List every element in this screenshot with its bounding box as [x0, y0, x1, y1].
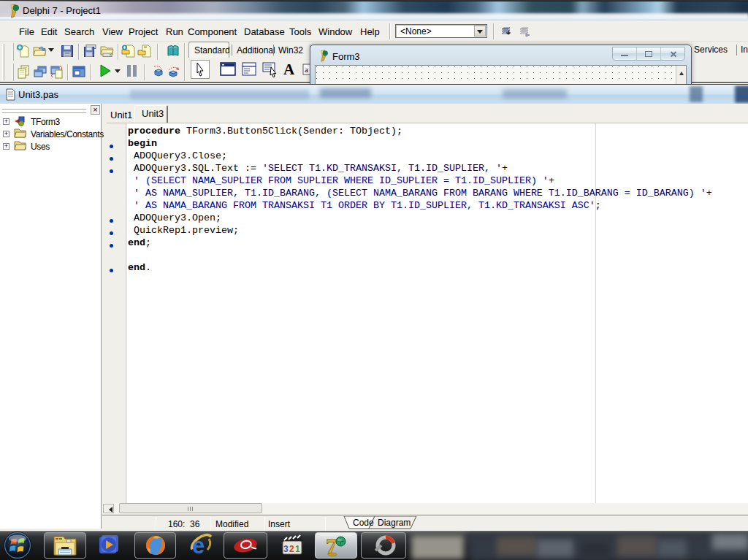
svg-text:3: 3 [283, 544, 289, 554]
svg-text:Diagram: Diagram [378, 518, 411, 528]
svg-text:e: e [192, 533, 205, 558]
svg-text:Code: Code [353, 518, 374, 528]
svg-text:1: 1 [295, 544, 300, 554]
svg-text:a: a [305, 65, 308, 74]
svg-text:2: 2 [289, 544, 294, 554]
